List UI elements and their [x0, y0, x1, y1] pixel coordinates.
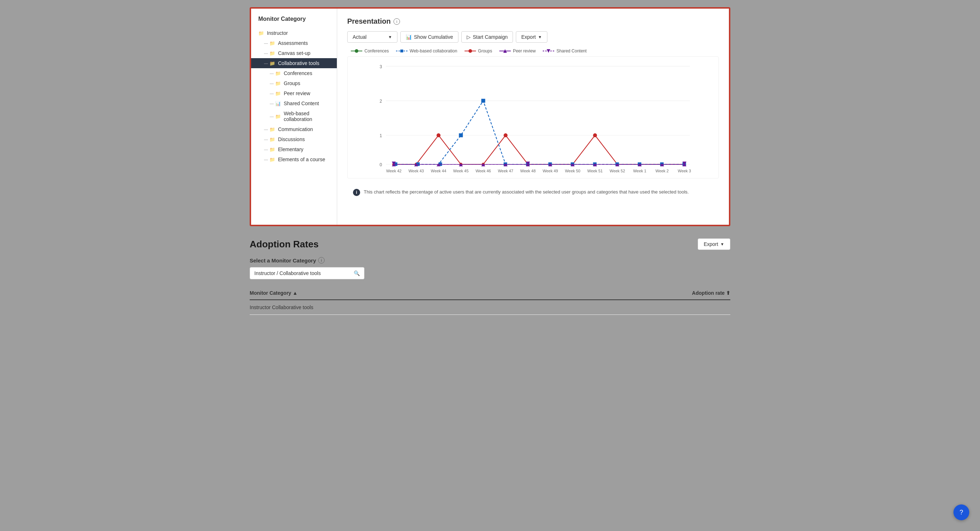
info-circle-icon: i: [353, 189, 360, 196]
sidebar-item-canvas-setup[interactable]: — 📁 Canvas set-up: [251, 48, 337, 58]
sidebar-item-peer-review[interactable]: — 📁 Peer review: [251, 88, 337, 98]
table-header: Monitor Category ▲ Adoption rate ⬆: [250, 287, 730, 300]
svg-text:2: 2: [380, 99, 382, 104]
chevron-down-icon: ▼: [720, 242, 724, 246]
svg-text:Week 45: Week 45: [453, 169, 468, 173]
groups-line: [394, 136, 684, 164]
sidebar-item-collaborative-tools[interactable]: — 📁 Collaborative tools: [251, 58, 337, 68]
svg-text:3: 3: [380, 64, 382, 69]
info-icon[interactable]: i: [393, 18, 400, 25]
legend-web-collab: Web-based collaboration: [396, 48, 457, 54]
chart-container: 3 2 1 0 Week 42 Week 43 Week 44 Week 45 …: [347, 56, 719, 179]
legend-shared-content: Shared Content: [543, 48, 587, 54]
export-button[interactable]: Export ▼: [516, 31, 547, 43]
web-collab-line: [394, 101, 684, 164]
sidebar-item-web-collaboration[interactable]: — 📁 Web-based collaboration: [251, 108, 337, 124]
show-cumulative-button[interactable]: 📊 Show Cumulative: [400, 31, 458, 43]
svg-text:1: 1: [380, 133, 382, 138]
adoption-section: Adoption Rates Export ▼ Select a Monitor…: [250, 230, 730, 321]
svg-text:Week 46: Week 46: [476, 169, 491, 173]
bar-chart-icon: 📊: [275, 101, 281, 106]
legend-line-shared-content: [543, 49, 554, 53]
folder-icon: 📁: [258, 30, 264, 36]
sidebar: Monitor Category 📁 Instructor — 📁 Assess…: [251, 9, 337, 225]
svg-text:Week 42: Week 42: [386, 169, 401, 173]
svg-rect-3: [400, 49, 403, 53]
monitor-search-box[interactable]: 🔍: [250, 267, 364, 279]
sidebar-item-groups[interactable]: — 📁 Groups: [251, 78, 337, 88]
info-box: i This chart reflects the percentage of …: [347, 184, 719, 200]
svg-point-34: [593, 133, 597, 137]
play-icon: ▷: [467, 34, 471, 40]
chevron-down-icon: ▼: [538, 35, 542, 39]
sidebar-item-instructor[interactable]: 📁 Instructor: [251, 28, 337, 38]
svg-text:0: 0: [380, 162, 382, 167]
sidebar-item-shared-content[interactable]: — 📊 Shared Content: [251, 98, 337, 108]
sidebar-item-conferences[interactable]: — 📁 Conferences: [251, 68, 337, 78]
bar-chart-icon: 📊: [406, 34, 412, 40]
folder-icon: 📁: [269, 41, 275, 46]
svg-text:Week 2: Week 2: [655, 169, 669, 173]
folder-icon: 📁: [275, 81, 281, 86]
adoption-header: Adoption Rates Export ▼: [250, 238, 730, 250]
start-campaign-button[interactable]: ▷ Start Campaign: [461, 31, 513, 43]
svg-point-5: [468, 49, 472, 53]
svg-point-1: [355, 49, 358, 53]
table-row: Instructor Collaborative tools: [250, 300, 730, 315]
sidebar-title: Monitor Category: [251, 16, 337, 28]
presentation-title: Presentation: [347, 17, 391, 26]
svg-text:Week 3: Week 3: [678, 169, 691, 173]
folder-icon: 📁: [269, 137, 275, 142]
svg-text:Week 50: Week 50: [565, 169, 581, 173]
search-icon: 🔍: [354, 270, 360, 276]
sidebar-item-elements-course[interactable]: — 📁 Elements of a course: [251, 155, 337, 164]
folder-icon: 📁: [275, 71, 281, 76]
chevron-down-icon: ▼: [388, 35, 392, 39]
monitor-search-input[interactable]: [255, 270, 354, 276]
select-monitor-label: Select a Monitor Category i: [250, 257, 730, 263]
svg-rect-47: [481, 99, 485, 103]
svg-text:Week 48: Week 48: [520, 169, 536, 173]
svg-text:Week 44: Week 44: [431, 169, 446, 173]
folder-icon: 📁: [269, 127, 275, 132]
legend-line-groups: [465, 49, 476, 53]
svg-text:Week 1: Week 1: [633, 169, 646, 173]
folder-icon: 📁: [269, 147, 275, 152]
content-area: Presentation i Actual ▼ 📊 Show Cumulativ…: [337, 9, 729, 225]
chart-svg: 3 2 1 0 Week 42 Week 43 Week 44 Week 45 …: [351, 60, 715, 178]
adoption-export-button[interactable]: Export ▼: [698, 238, 730, 250]
col-adoption-rate: Adoption rate ⬆: [692, 290, 730, 296]
sidebar-item-assessments[interactable]: — 📁 Assessments: [251, 38, 337, 48]
svg-text:Week 49: Week 49: [543, 169, 558, 173]
chart-legend: Conferences Web-based collaboration Grou…: [347, 48, 719, 54]
info-icon-adoption[interactable]: i: [318, 257, 325, 263]
folder-icon: 📁: [269, 157, 275, 162]
svg-rect-46: [459, 133, 463, 137]
folder-icon: 📁: [269, 51, 275, 56]
main-panel: Monitor Category 📁 Instructor — 📁 Assess…: [250, 7, 730, 226]
legend-peer-review: Peer review: [500, 48, 536, 54]
actual-dropdown[interactable]: Actual ▼: [347, 31, 398, 43]
folder-icon: 📁: [269, 61, 275, 66]
svg-marker-9: [547, 49, 550, 53]
sidebar-item-discussions[interactable]: — 📁 Discussions: [251, 134, 337, 144]
legend-line-web-collab: [396, 49, 407, 53]
sidebar-item-elementary[interactable]: — 📁 Elementary: [251, 144, 337, 155]
toolbar: Actual ▼ 📊 Show Cumulative ▷ Start Campa…: [347, 31, 719, 43]
svg-text:Week 51: Week 51: [587, 169, 603, 173]
svg-text:Week 43: Week 43: [409, 169, 424, 173]
legend-groups: Groups: [465, 48, 492, 54]
folder-icon: 📁: [275, 91, 281, 96]
svg-text:Week 47: Week 47: [498, 169, 513, 173]
col-monitor-category: Monitor Category ▲: [250, 290, 298, 296]
legend-line-conferences: [351, 49, 362, 53]
legend-line-peer-review: [500, 49, 511, 53]
sidebar-item-communication[interactable]: — 📁 Communication: [251, 124, 337, 134]
svg-text:Week 52: Week 52: [610, 169, 625, 173]
help-button[interactable]: ?: [953, 504, 969, 520]
presentation-header: Presentation i: [347, 17, 719, 26]
folder-icon: 📁: [275, 114, 281, 119]
legend-conferences: Conferences: [351, 48, 389, 54]
svg-point-32: [437, 133, 441, 137]
adoption-title: Adoption Rates: [250, 239, 318, 250]
